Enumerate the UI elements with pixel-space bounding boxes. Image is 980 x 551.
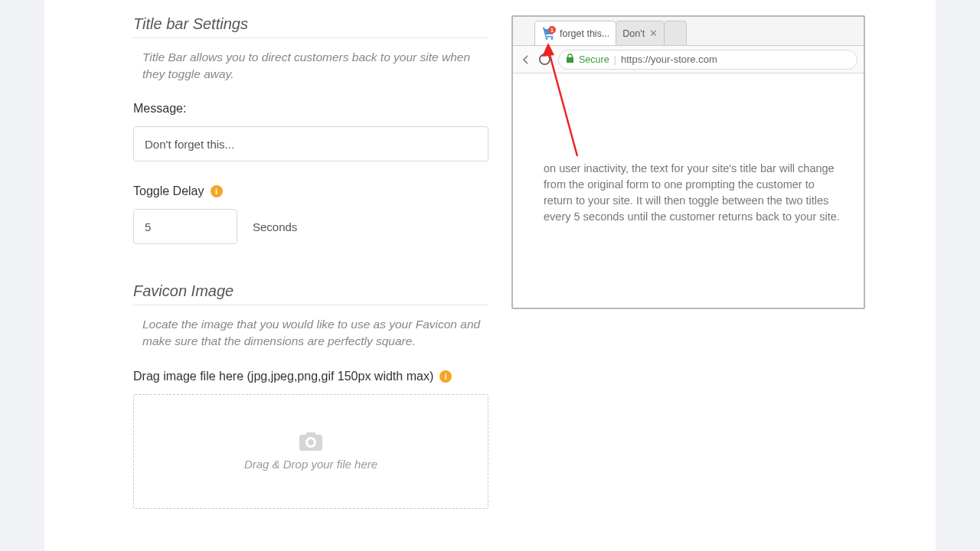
divider: |: [614, 54, 616, 65]
seconds-label: Seconds: [253, 220, 297, 233]
browser-tab-active[interactable]: 1 forget this...: [534, 21, 616, 45]
toggle-delay-group: Toggle Delay i Seconds: [133, 184, 488, 244]
secure-label: Secure: [579, 54, 609, 65]
svg-text:1: 1: [550, 28, 554, 33]
camera-icon: [299, 432, 323, 452]
preview-explanation: on user inactivity, the text for your si…: [544, 161, 841, 225]
toggle-delay-input[interactable]: [133, 209, 237, 244]
favicon-description: Locate the image that you would like to …: [133, 316, 488, 349]
back-icon[interactable]: [519, 54, 531, 66]
browser-tab-blank[interactable]: [664, 21, 687, 45]
titlebar-description: Title Bar allows you to direct customers…: [133, 49, 488, 82]
address-bar: Secure | https://your-store.com: [513, 46, 864, 73]
browser-tab-inactive[interactable]: Don't ✕: [616, 21, 665, 45]
favicon-heading: Favicon Image: [133, 282, 488, 305]
tab-title-2: Don't: [622, 28, 645, 39]
preview-body: on user inactivity, the text for your si…: [513, 73, 864, 308]
message-field-group: Message:: [133, 102, 488, 161]
svg-point-1: [551, 37, 554, 40]
cart-favicon-icon: 1: [541, 26, 557, 41]
toggle-delay-label: Toggle Delay i: [133, 184, 488, 198]
info-icon[interactable]: i: [439, 370, 452, 383]
titlebar-heading: Title bar Settings: [133, 15, 488, 38]
browser-preview: 1 forget this... Don't ✕: [511, 15, 865, 309]
message-label: Message:: [133, 102, 488, 116]
url-field[interactable]: Secure | https://your-store.com: [558, 50, 858, 70]
url-text: https://your-store.com: [621, 54, 717, 65]
drop-label: Drag image file here (jpg,jpeg,png,gif 1…: [133, 370, 488, 383]
info-icon[interactable]: i: [211, 185, 223, 197]
drop-label-text: Drag image file here (jpg,jpeg,png,gif 1…: [133, 370, 433, 383]
lock-icon: [567, 54, 574, 65]
toggle-delay-label-text: Toggle Delay: [133, 184, 204, 198]
tab-title-1: forget this...: [560, 28, 609, 39]
reload-icon[interactable]: [539, 54, 550, 65]
message-input[interactable]: [133, 126, 488, 161]
dropzone-text: Drag & Drop your file here: [244, 458, 377, 471]
close-icon[interactable]: ✕: [649, 28, 658, 39]
svg-point-0: [546, 37, 548, 40]
tab-strip: 1 forget this... Don't ✕: [513, 17, 864, 46]
favicon-dropzone[interactable]: Drag & Drop your file here: [133, 394, 488, 509]
